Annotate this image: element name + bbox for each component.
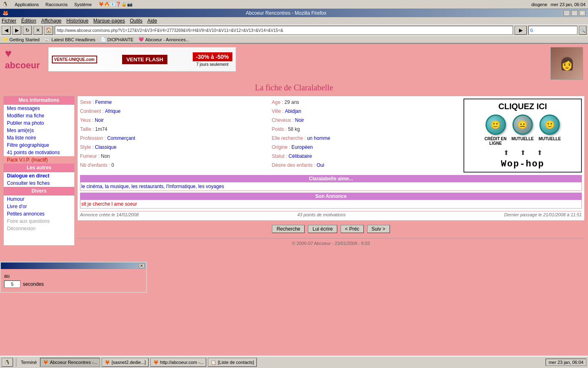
profile-card: Sexe : Femme Continent : Afrique Yeux : … [77,96,585,221]
sidebar-link-motivations[interactable]: 41 points de motivations [4,149,74,156]
up-arrows-row: ⬆ ⬆ ⬆ [467,149,579,157]
menu-fichier[interactable]: Fichier [2,18,16,24]
credit-label: CRÉDIT EN LIGNE [485,137,507,146]
menu-affichage[interactable]: Affichage [41,18,62,24]
popup-overlay: ✕ au secondes [0,262,147,289]
os-menu-applications[interactable]: Applications [15,2,39,7]
minimize-button[interactable]: _ [564,10,570,16]
go-button[interactable]: ▶ [514,26,527,35]
banner-image[interactable]: VENTE-UNIQUE.com VENTE FLASH -30% à -50%… [48,47,236,72]
bookmark-diophante[interactable]: 📄 DIOPHANTE [100,37,134,42]
menu-aide[interactable]: Aide [147,18,157,24]
browser-icon: 🦊 [2,10,9,16]
popup-seconds-input[interactable] [4,280,20,288]
heart-bookmark-icon: 💗 [138,37,144,42]
bookmark-abcoeur[interactable]: 💗 Abcoeur - Annonces... [138,37,189,42]
sidebar-link-faq[interactable]: Foire aux questions [4,218,74,225]
continent-value: Afrique [105,108,120,115]
window-controls[interactable]: _ □ ✕ [564,10,586,16]
sidebar-link-filtre[interactable]: Filtre géographique [4,141,74,149]
mutuelle2-label: MUTUELLE [539,137,561,141]
sidebar-link-modifier[interactable]: Modifier ma fiche [4,112,74,119]
sidebar-link-dialogue[interactable]: Dialogue en direct [4,172,74,180]
google-search-button[interactable]: 🔍 [579,26,586,35]
banner-flash-area: VENTE FLASH [122,55,167,64]
next-button[interactable]: Suiv > [367,225,390,233]
banner-area[interactable]: VENTE-UNIQUE.com VENTE FLASH -30% à -50%… [48,47,542,72]
action-buttons[interactable]: Recherche Lui écrire < Préc Suiv > [77,225,585,233]
wophop-text: Wop-hop [467,159,579,169]
taille-value: 1m74 [95,126,107,133]
poids-value: 58 kg [288,126,300,133]
sidebar-link-publier[interactable]: Publier ma photo [4,119,74,127]
sidebar-divers-title: Divers [4,187,74,195]
recherche-label: Elle recherche : [272,135,306,142]
google-search-box[interactable]: G [528,26,577,35]
close-button[interactable]: ✕ [579,10,586,16]
menu-historique[interactable]: Historique [67,18,89,24]
logo-heart-icon: ♥ [5,47,40,60]
mutuelle2-circle-btn[interactable]: 🙂 [539,114,560,135]
browser-menu-bar[interactable]: Fichier Édition Affichage Historique Mar… [0,17,588,25]
profile-row-style: Style : Classique [80,144,269,151]
sidebar-link-messages[interactable]: Mes messages [4,105,74,112]
address-bar[interactable]: http://www.abcoeur.com/cons.php?V1=127&V… [55,26,513,35]
credit-circle-btn[interactable]: 🙂 [486,114,506,135]
profile-photo: 👩 [550,47,583,80]
logo-text: abcoeur [5,60,40,71]
popup-close-button[interactable]: ✕ [139,263,145,268]
menu-edition[interactable]: Édition [21,18,36,24]
os-menu[interactable]: 🐧 Applications Raccourcis Système 🦊🔥📧❓🔒📷 [2,2,133,7]
os-user: diogene [531,2,547,7]
sidebar-link-fiches[interactable]: Consulter les fiches [4,180,74,187]
popup-titlebar: ✕ [1,263,146,269]
menu-marquepages[interactable]: Marque-pages [94,18,125,24]
menu-outils[interactable]: Outils [130,18,143,24]
os-menu-raccourcis[interactable]: Raccourcis [45,2,67,7]
page-icon: 📄 [100,37,106,42]
bookmarks-bar[interactable]: ⭐ Getting Started 📰 Latest BBC Headlines… [0,36,588,43]
google-icon: G [530,28,533,33]
lui-ecrire-button[interactable]: Lui écrire [308,225,337,233]
google-search-input[interactable] [533,28,570,33]
ad-box[interactable]: CLIQUEZ ICI 🙂 CRÉDIT EN LIGNE 😐 [463,99,582,173]
reload-button[interactable]: ↻ [23,26,32,35]
popup-seconds-label: secondes [23,281,44,287]
recherche-button[interactable]: Recherche [272,225,305,233]
forward-button[interactable]: ▶ [12,26,21,35]
logo-area: ♥ abcoeur [5,47,40,71]
arrow2-icon: ⬆ [520,149,526,157]
banner-right-area: -30% à -50% 7 jours seulement [193,52,232,67]
home-button[interactable]: 🏠 [44,26,53,35]
sidebar-link-listenoire[interactable]: Ma liste noire [4,134,74,141]
sidebar-link-deconnexion[interactable]: Déconnexion [4,225,74,232]
back-button[interactable]: ◀ [2,26,11,35]
aime-section-content: le cinéma, la musique, les restaurants, … [80,182,582,191]
annonce-section-title: Son Annonce [80,193,582,200]
page-content: ♥ abcoeur VENTE-UNIQUE.com VENTE FLASH -… [0,44,588,289]
maximize-button[interactable]: □ [571,10,578,16]
sidebar-link-humour[interactable]: Humour [4,195,74,203]
bookmark-getting-started[interactable]: ⭐ Getting Started [2,37,40,42]
bookmark-bbc[interactable]: 📰 Latest BBC Headlines [45,37,96,42]
profile-row-poids: Poids : 58 kg [272,126,461,133]
sidebar-link-livredor[interactable]: Livre d'or [4,203,74,210]
title-bar: 🦊 Abcoeur Rencontres - Mozilla Firefox _… [0,9,588,17]
mutuelle1-button[interactable]: 😐 MUTUELLE [512,114,534,146]
nav-bar[interactable]: ◀ ▶ ↻ ✕ 🏠 http://www.abcoeur.com/cons.ph… [0,25,588,36]
credit-button[interactable]: 🙂 CRÉDIT EN LIGNE [485,114,507,146]
origine-value: Européen [292,144,313,151]
sidebar-link-vip[interactable]: Pack V.I.P. (Inactif) [4,156,74,164]
stop-button[interactable]: ✕ [33,26,42,35]
os-menu-systeme[interactable]: Système [74,2,92,7]
taille-label: Taille : [80,126,94,133]
mutuelle1-circle-btn[interactable]: 😐 [512,114,533,135]
popup-row-1: au [4,273,143,279]
sidebar-link-amis[interactable]: Mes ami(e)s [4,127,74,134]
mutuelle2-button[interactable]: 🙂 MUTUELLE [539,114,561,146]
cliquez-buttons[interactable]: 🙂 CRÉDIT EN LIGNE 😐 MUTUELLE [467,114,579,146]
sidebar-link-petites[interactable]: Petites annonces [4,210,74,218]
prev-button[interactable]: < Préc [341,225,364,233]
popup-content: au secondes [1,269,146,289]
bookmark-icon: ⭐ [2,37,8,42]
